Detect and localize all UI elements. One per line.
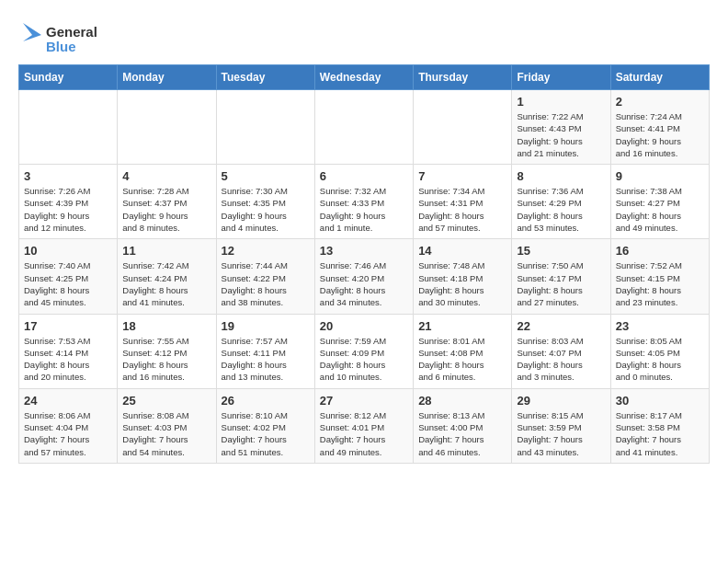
calendar-cell: 27Sunrise: 8:12 AM Sunset: 4:01 PM Dayli…: [314, 388, 413, 463]
calendar-cell: 14Sunrise: 7:48 AM Sunset: 4:18 PM Dayli…: [414, 239, 512, 314]
calendar-cell: 24Sunrise: 8:06 AM Sunset: 4:04 PM Dayli…: [19, 388, 118, 463]
day-number: 6: [320, 169, 408, 183]
day-info: Sunrise: 7:59 AM Sunset: 4:09 PM Dayligh…: [320, 335, 408, 384]
day-number: 21: [418, 319, 506, 333]
calendar-cell: 28Sunrise: 8:13 AM Sunset: 4:00 PM Dayli…: [414, 388, 512, 463]
day-number: 9: [616, 169, 704, 183]
weekday-header-monday: Monday: [118, 65, 216, 90]
day-number: 19: [222, 319, 310, 333]
calendar-cell: 23Sunrise: 8:05 AM Sunset: 4:05 PM Dayli…: [610, 314, 709, 388]
day-info: Sunrise: 8:17 AM Sunset: 3:58 PM Dayligh…: [616, 409, 704, 458]
calendar-cell: 12Sunrise: 7:44 AM Sunset: 4:22 PM Dayli…: [216, 239, 314, 314]
calendar-header-row: SundayMondayTuesdayWednesdayThursdayFrid…: [19, 65, 710, 90]
day-info: Sunrise: 8:10 AM Sunset: 4:02 PM Dayligh…: [222, 409, 310, 458]
logo-svg: GeneralBlue: [18, 18, 101, 55]
weekday-header-wednesday: Wednesday: [314, 65, 413, 90]
logo: GeneralBlue: [18, 18, 101, 55]
calendar-cell: 21Sunrise: 8:01 AM Sunset: 4:08 PM Dayli…: [414, 314, 512, 388]
calendar-table: SundayMondayTuesdayWednesdayThursdayFrid…: [18, 64, 710, 464]
day-number: 11: [122, 244, 210, 258]
day-number: 4: [122, 169, 210, 183]
day-info: Sunrise: 7:44 AM Sunset: 4:22 PM Dayligh…: [222, 259, 310, 308]
calendar-cell: 22Sunrise: 8:03 AM Sunset: 4:07 PM Dayli…: [512, 314, 610, 388]
calendar-cell: 29Sunrise: 8:15 AM Sunset: 3:59 PM Dayli…: [512, 388, 610, 463]
day-number: 26: [222, 394, 310, 408]
day-info: Sunrise: 7:22 AM Sunset: 4:43 PM Dayligh…: [517, 110, 605, 159]
calendar-cell: 11Sunrise: 7:42 AM Sunset: 4:24 PM Dayli…: [118, 239, 216, 314]
day-info: Sunrise: 7:32 AM Sunset: 4:33 PM Dayligh…: [320, 185, 408, 234]
day-number: 8: [517, 169, 605, 183]
calendar-cell: 10Sunrise: 7:40 AM Sunset: 4:25 PM Dayli…: [19, 239, 118, 314]
weekday-header-sunday: Sunday: [19, 65, 118, 90]
calendar-cell: 25Sunrise: 8:08 AM Sunset: 4:03 PM Dayli…: [118, 388, 216, 463]
day-number: 3: [24, 169, 112, 183]
day-info: Sunrise: 8:12 AM Sunset: 4:01 PM Dayligh…: [320, 409, 408, 458]
calendar-cell: 2Sunrise: 7:24 AM Sunset: 4:41 PM Daylig…: [610, 90, 709, 165]
day-info: Sunrise: 7:50 AM Sunset: 4:17 PM Dayligh…: [517, 259, 605, 308]
day-info: Sunrise: 8:05 AM Sunset: 4:05 PM Dayligh…: [616, 335, 704, 384]
day-info: Sunrise: 7:42 AM Sunset: 4:24 PM Dayligh…: [122, 259, 210, 308]
calendar-week-row: 3Sunrise: 7:26 AM Sunset: 4:39 PM Daylig…: [19, 165, 710, 239]
svg-marker-0: [23, 23, 41, 41]
day-number: 2: [616, 95, 704, 109]
day-number: 22: [517, 319, 605, 333]
calendar-cell: 1Sunrise: 7:22 AM Sunset: 4:43 PM Daylig…: [512, 90, 610, 165]
calendar-cell: 6Sunrise: 7:32 AM Sunset: 4:33 PM Daylig…: [314, 165, 413, 239]
day-info: Sunrise: 8:08 AM Sunset: 4:03 PM Dayligh…: [122, 409, 210, 458]
weekday-header-tuesday: Tuesday: [216, 65, 314, 90]
day-number: 30: [616, 394, 704, 408]
weekday-header-thursday: Thursday: [414, 65, 512, 90]
day-number: 16: [616, 244, 704, 258]
day-info: Sunrise: 7:48 AM Sunset: 4:18 PM Dayligh…: [418, 259, 506, 308]
calendar-cell: 26Sunrise: 8:10 AM Sunset: 4:02 PM Dayli…: [216, 388, 314, 463]
calendar-cell: 20Sunrise: 7:59 AM Sunset: 4:09 PM Dayli…: [314, 314, 413, 388]
calendar-cell: 30Sunrise: 8:17 AM Sunset: 3:58 PM Dayli…: [610, 388, 709, 463]
day-info: Sunrise: 7:30 AM Sunset: 4:35 PM Dayligh…: [222, 185, 310, 234]
day-info: Sunrise: 8:01 AM Sunset: 4:08 PM Dayligh…: [418, 335, 506, 384]
day-info: Sunrise: 7:24 AM Sunset: 4:41 PM Dayligh…: [616, 110, 704, 159]
calendar-cell: 5Sunrise: 7:30 AM Sunset: 4:35 PM Daylig…: [216, 165, 314, 239]
day-number: 24: [24, 394, 112, 408]
day-info: Sunrise: 7:26 AM Sunset: 4:39 PM Dayligh…: [24, 185, 112, 234]
calendar-cell: 19Sunrise: 7:57 AM Sunset: 4:11 PM Dayli…: [216, 314, 314, 388]
day-number: 25: [122, 394, 210, 408]
day-info: Sunrise: 7:52 AM Sunset: 4:15 PM Dayligh…: [616, 259, 704, 308]
day-info: Sunrise: 8:03 AM Sunset: 4:07 PM Dayligh…: [517, 335, 605, 384]
calendar-cell: 4Sunrise: 7:28 AM Sunset: 4:37 PM Daylig…: [118, 165, 216, 239]
calendar-cell: 18Sunrise: 7:55 AM Sunset: 4:12 PM Dayli…: [118, 314, 216, 388]
page-header: GeneralBlue: [18, 18, 710, 55]
day-info: Sunrise: 8:06 AM Sunset: 4:04 PM Dayligh…: [24, 409, 112, 458]
calendar-cell: [314, 90, 413, 165]
day-info: Sunrise: 7:28 AM Sunset: 4:37 PM Dayligh…: [122, 185, 210, 234]
weekday-header-saturday: Saturday: [610, 65, 709, 90]
day-number: 20: [320, 319, 408, 333]
calendar-cell: 17Sunrise: 7:53 AM Sunset: 4:14 PM Dayli…: [19, 314, 118, 388]
day-info: Sunrise: 8:13 AM Sunset: 4:00 PM Dayligh…: [418, 409, 506, 458]
day-number: 29: [517, 394, 605, 408]
day-number: 28: [418, 394, 506, 408]
calendar-cell: 15Sunrise: 7:50 AM Sunset: 4:17 PM Dayli…: [512, 239, 610, 314]
day-info: Sunrise: 8:15 AM Sunset: 3:59 PM Dayligh…: [517, 409, 605, 458]
day-info: Sunrise: 7:38 AM Sunset: 4:27 PM Dayligh…: [616, 185, 704, 234]
day-number: 12: [222, 244, 310, 258]
calendar-week-row: 24Sunrise: 8:06 AM Sunset: 4:04 PM Dayli…: [19, 388, 710, 463]
weekday-header-friday: Friday: [512, 65, 610, 90]
day-number: 5: [222, 169, 310, 183]
day-number: 14: [418, 244, 506, 258]
day-info: Sunrise: 7:34 AM Sunset: 4:31 PM Dayligh…: [418, 185, 506, 234]
day-info: Sunrise: 7:57 AM Sunset: 4:11 PM Dayligh…: [222, 335, 310, 384]
day-number: 1: [517, 95, 605, 109]
calendar-cell: [414, 90, 512, 165]
svg-text:General: General: [46, 24, 97, 40]
calendar-cell: 3Sunrise: 7:26 AM Sunset: 4:39 PM Daylig…: [19, 165, 118, 239]
day-info: Sunrise: 7:55 AM Sunset: 4:12 PM Dayligh…: [122, 335, 210, 384]
day-number: 13: [320, 244, 408, 258]
day-number: 17: [24, 319, 112, 333]
day-number: 10: [24, 244, 112, 258]
calendar-cell: [216, 90, 314, 165]
day-number: 15: [517, 244, 605, 258]
calendar-week-row: 10Sunrise: 7:40 AM Sunset: 4:25 PM Dayli…: [19, 239, 710, 314]
day-number: 23: [616, 319, 704, 333]
day-info: Sunrise: 7:46 AM Sunset: 4:20 PM Dayligh…: [320, 259, 408, 308]
day-info: Sunrise: 7:53 AM Sunset: 4:14 PM Dayligh…: [24, 335, 112, 384]
